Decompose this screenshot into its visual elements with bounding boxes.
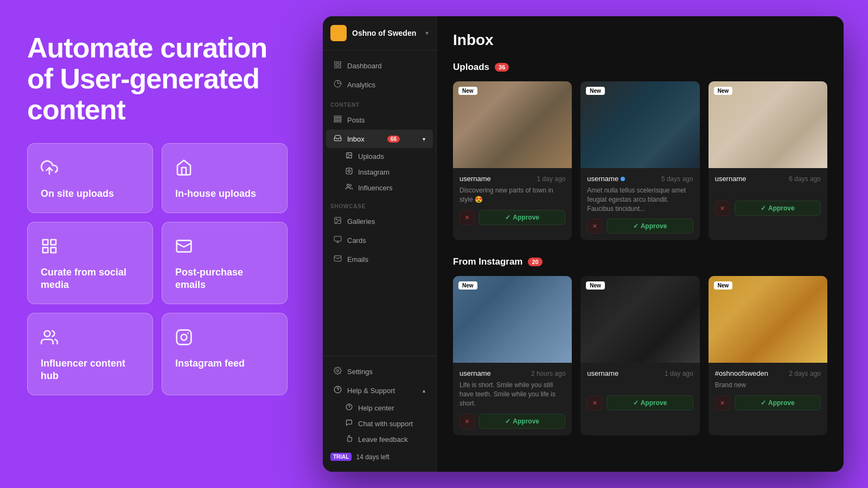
- ig-card-2-approve-button[interactable]: ✓ Approve: [607, 395, 693, 410]
- upload-card-1-time: 1 day ago: [537, 175, 566, 183]
- content-section-label: CONTENT: [323, 94, 436, 110]
- ig-card-2-username: username: [587, 369, 618, 377]
- sidebar-sub-help-center[interactable]: Help center: [326, 400, 433, 415]
- ig-card-1-time: 2 hours ago: [531, 370, 565, 377]
- ig-card-1-approve-button[interactable]: ✓ Approve: [479, 414, 565, 429]
- ig-card-3-text: Brand new: [715, 381, 821, 390]
- upload-card-2-actions: × ✓ Approve: [587, 219, 693, 234]
- brand-dropdown-arrow[interactable]: ▾: [425, 29, 429, 37]
- upload-card-1-reject-button[interactable]: ×: [459, 210, 475, 225]
- uploads-sub-icon: [346, 152, 353, 160]
- feature-card-social-media[interactable]: Curate from social media: [27, 222, 153, 304]
- svg-rect-1: [43, 240, 48, 245]
- upload-card-2-username: username: [587, 175, 625, 183]
- upload-card-1-text: Discovering new parts of town in style 😍: [459, 186, 565, 204]
- upload-card-2: New username 5 days ago Amet nulla tellu…: [580, 81, 699, 240]
- svg-rect-3: [43, 248, 48, 253]
- sidebar-sub-influencers[interactable]: Influencers: [326, 180, 433, 195]
- upload-card-2-meta: username 5 days ago: [587, 175, 693, 183]
- posts-label: Posts: [347, 116, 365, 124]
- brand-icon: [330, 25, 347, 41]
- upload-card-2-reject-button[interactable]: ×: [587, 219, 602, 234]
- galleries-icon: [334, 216, 342, 226]
- ig-card-1-image: New: [453, 276, 572, 363]
- upload-card-3-actions: × ✓ Approve: [715, 201, 821, 216]
- approve-check-2: ✓: [633, 222, 639, 230]
- upload-card-3-text: [715, 186, 821, 195]
- help-center-label: Help center: [358, 404, 394, 412]
- sidebar-item-settings[interactable]: Settings: [326, 362, 433, 381]
- help-chevron-up: ▴: [423, 388, 425, 394]
- ig-card-1: New username 2 hours ago Life is short. …: [453, 276, 572, 435]
- cards-label: Cards: [347, 236, 366, 245]
- svg-point-29: [337, 370, 339, 372]
- svg-point-6: [44, 331, 50, 337]
- ig-card-3-time: 2 days ago: [789, 370, 821, 377]
- galleries-label: Galleries: [347, 217, 375, 226]
- sidebar-sub-leave-feedback[interactable]: Leave feedback: [326, 432, 433, 447]
- svg-point-8: [181, 335, 187, 341]
- chat-icon: [346, 419, 353, 428]
- ig-card-1-meta: username 2 hours ago: [459, 369, 565, 377]
- upload-card-2-approve-button[interactable]: ✓ Approve: [607, 219, 693, 234]
- feature-card-post-purchase[interactable]: Post-purchase emails: [162, 222, 288, 304]
- sidebar-sub-instagram[interactable]: Instagram: [326, 164, 433, 179]
- feature-card-instagram-feed[interactable]: Instagram feed: [162, 313, 288, 395]
- grid-icon: [41, 237, 139, 259]
- upload-card-3-approve-button[interactable]: ✓ Approve: [735, 201, 821, 216]
- ig-card-1-reject-button[interactable]: ×: [459, 414, 475, 429]
- feature-card-in-house-uploads[interactable]: In-house uploads: [162, 143, 288, 214]
- feature-label-instagram-feed: Instagram feed: [175, 357, 274, 370]
- feature-label-on-site-uploads: On site uploads: [41, 188, 139, 200]
- sidebar-bottom: Settings Help & Support ▴: [323, 356, 436, 472]
- sidebar-item-emails[interactable]: Emails: [326, 250, 433, 268]
- users-icon: [41, 329, 139, 350]
- instagram-cards-grid: New username 2 hours ago Life is short. …: [453, 276, 827, 435]
- chat-support-label: Chat with support: [358, 420, 413, 428]
- sidebar-item-cards[interactable]: Cards: [326, 231, 433, 249]
- settings-label: Settings: [347, 368, 373, 376]
- feature-label-influencer-hub: Influencer content hub: [41, 357, 139, 382]
- sidebar-sub-uploads[interactable]: Uploads: [326, 149, 433, 164]
- sidebar-item-help-support[interactable]: Help & Support ▴: [326, 381, 433, 400]
- ig-card-2-reject-button[interactable]: ×: [587, 395, 602, 410]
- sidebar-item-posts[interactable]: Posts: [326, 111, 433, 129]
- main-content: Inbox Uploads 36 New username: [437, 16, 844, 472]
- sidebar-item-dashboard[interactable]: Dashboard: [326, 56, 433, 75]
- ig-card-2-text: [587, 381, 693, 390]
- dashboard-icon: [334, 61, 342, 70]
- instagram-sub-icon: [346, 168, 353, 176]
- upload-card-1-meta: username 1 day ago: [459, 175, 565, 183]
- sidebar-item-galleries[interactable]: Galleries: [326, 212, 433, 230]
- feature-card-influencer-hub[interactable]: Influencer content hub: [27, 313, 153, 395]
- feature-label-in-house-uploads: In-house uploads: [175, 188, 274, 200]
- upload-card-1-approve-button[interactable]: ✓ Approve: [479, 210, 565, 225]
- upload-card-1-image: New: [453, 81, 572, 168]
- ig-card-3-reject-button[interactable]: ×: [715, 395, 730, 410]
- sidebar-item-analytics[interactable]: Analytics: [326, 75, 433, 94]
- ig-card-3-username: #oshnoofsweden: [715, 369, 768, 377]
- ig-card-1-new-badge: New: [458, 281, 477, 290]
- svg-rect-4: [51, 248, 56, 253]
- uploads-section-title: Uploads: [453, 62, 489, 73]
- sidebar-sub-chat-support[interactable]: Chat with support: [326, 416, 433, 431]
- feature-card-on-site-uploads[interactable]: On site uploads: [27, 143, 153, 214]
- sidebar-header[interactable]: Oshno of Sweden ▾: [323, 16, 436, 50]
- showcase-section-label: SHOWCASE: [323, 196, 436, 211]
- right-panel: Oshno of Sweden ▾ Dashboard: [315, 0, 868, 488]
- instagram-icon: [175, 329, 274, 350]
- page-title: Inbox: [453, 31, 827, 49]
- svg-rect-17: [334, 121, 341, 123]
- dashboard-label: Dashboard: [347, 62, 382, 70]
- approve-check-1: ✓: [505, 214, 510, 221]
- upload-card-3-reject-button[interactable]: ×: [715, 201, 730, 216]
- sidebar-item-inbox[interactable]: Inbox 66 ▾: [326, 130, 433, 148]
- upload-card-2-new-badge: New: [586, 87, 605, 95]
- trial-days-text: 14 days left: [356, 453, 389, 461]
- emails-label: Emails: [347, 255, 368, 264]
- svg-rect-2: [51, 240, 56, 245]
- ig-card-3-approve-button[interactable]: ✓ Approve: [735, 395, 821, 410]
- leave-feedback-label: Leave feedback: [358, 435, 408, 444]
- email-icon: [175, 237, 274, 259]
- upload-card-2-time: 5 days ago: [661, 175, 693, 183]
